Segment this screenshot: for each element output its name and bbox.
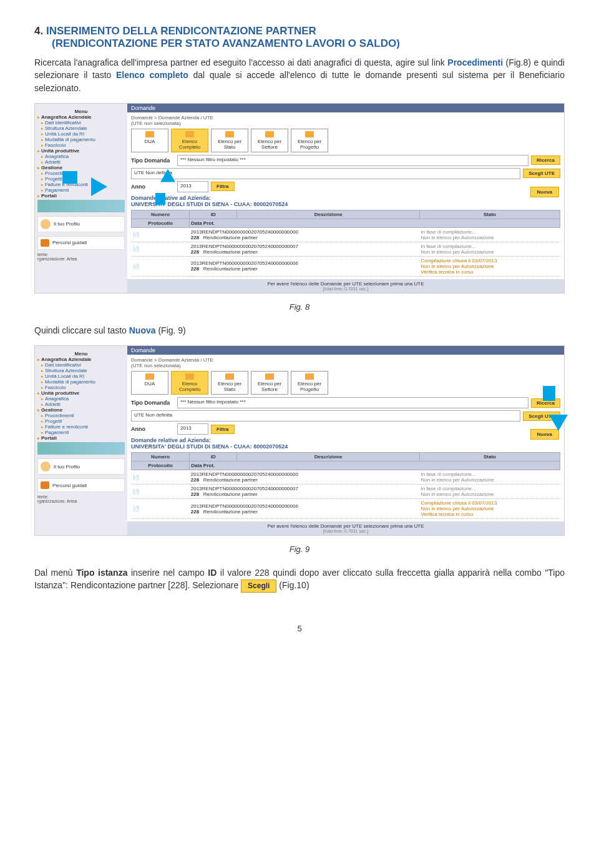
table-row[interactable]: 📄2013RENDPTN0000000002070524000000000722… [132, 485, 560, 499]
sidebar-item-modalita[interactable]: Modalità di pagamento [37, 379, 125, 385]
sidebar-section-unita[interactable]: Unità produttive [37, 148, 125, 154]
sidebar-item-progetti[interactable]: Progetti [37, 418, 125, 424]
btn-filtra[interactable]: Filtra [211, 425, 235, 434]
btn-elenco-stato[interactable]: Elenco per Stato [211, 371, 248, 395]
th-protocollo: Protocollo [132, 219, 190, 227]
sidebar-section-anagrafica[interactable]: Anagrafica Aziendale [37, 114, 125, 120]
btn-elenco-completo[interactable]: Elenco Completo [171, 371, 208, 395]
btn-ricerca[interactable]: Ricerca [531, 155, 560, 165]
btn-elenco-stato[interactable]: Elenco per Stato [211, 129, 248, 152]
link-procedimenti: Procedimenti [447, 57, 503, 67]
sidebar-menu-header: Menu [37, 351, 125, 357]
sidebar-menu: Menu Anagrafica Aziendale Dati identific… [35, 104, 127, 293]
section-number: 4. [34, 25, 43, 37]
th-data-prot: Data Prot. [190, 461, 560, 470]
btn-elenco-settore[interactable]: Elenco per Settore [251, 129, 288, 152]
sidebar-tente: tente: [37, 495, 125, 499]
combo-tipo-domanda[interactable]: *** Nessun filtro impostato *** [177, 155, 528, 166]
sidebar-profile[interactable]: Il tuo Profilo [37, 458, 125, 475]
combo-ute[interactable]: UTE Non definita [131, 410, 520, 422]
table-row[interactable]: 📄2013RENDPTN0000000002070524000000000622… [132, 499, 560, 519]
screenshot-fig8: Menu Anagrafica Aziendale Dati identific… [34, 103, 565, 293]
sidebar-item-procedimenti[interactable]: Procedimenti [37, 413, 125, 418]
btn-scegli-ute[interactable]: Scegli UTE [523, 169, 560, 178]
sidebar-section-portali[interactable]: Portali [37, 193, 125, 199]
combo-tipo-domanda[interactable]: *** Nessun filtro impostato *** [177, 397, 528, 408]
sidebar-item-addetti[interactable]: Addetti [37, 159, 125, 165]
sidebar-item-modalita[interactable]: Modalità di pagamento [37, 137, 125, 142]
fig8-caption: Fig. 8 [34, 302, 565, 312]
domande-table: NumeroIDDescrizioneStato ProtocolloData … [131, 210, 560, 277]
plus-icon [145, 131, 154, 137]
sidebar-section-anagrafica[interactable]: Anagrafica Aziendale [37, 357, 125, 362]
sidebar-item-anag[interactable]: Anagrafica [37, 396, 125, 402]
btn-elenco-progetto[interactable]: Elenco per Progetto [291, 129, 328, 152]
th-descrizione: Descrizione [237, 453, 420, 461]
sidebar-percorsi[interactable]: Percorsi guidati [37, 236, 125, 250]
table-row[interactable]: 📄2013RENDPTN0000000002070524000000000022… [132, 227, 560, 242]
sidebar-item-anag[interactable]: Anagrafica [37, 154, 125, 159]
th-numero: Numero [132, 210, 190, 219]
btn-dua[interactable]: DUA [131, 371, 168, 395]
th-protocollo: Protocollo [132, 461, 190, 470]
azienda-value: UNIVERSITA' DEGLI STUDI DI SIENA - CUAA:… [131, 443, 288, 450]
avatar-icon [41, 461, 51, 471]
breadcrumb: Domande > Domande Azienda / UTE [131, 357, 560, 363]
cart-icon [41, 239, 49, 247]
sidebar-item-addetti[interactable]: Addetti [37, 402, 125, 407]
sidebar-item-fascicolo[interactable]: Fascicolo [37, 142, 125, 148]
combo-anno[interactable]: 2013 [177, 181, 208, 192]
sidebar-item-unita-locali[interactable]: Unità Locali da RI [37, 131, 125, 137]
btn-filtra[interactable]: Filtra [211, 182, 235, 191]
section-title-1: INSERIMENTO DELLA RENDICONTAZIONE PARTNE… [46, 25, 316, 37]
sidebar-item-fatture[interactable]: Fatture e rendiconti [37, 182, 125, 187]
sidebar-item-pagamenti[interactable]: Pagamenti [37, 430, 125, 435]
table-row[interactable]: 📄2013RENDPTN0000000002070524000000000722… [132, 242, 560, 256]
sidebar-item-struttura[interactable]: Struttura Aziendale [37, 126, 125, 131]
scegli-button[interactable]: Scegli [241, 579, 276, 593]
fig9-caption: Fig. 9 [34, 545, 565, 554]
table-row[interactable]: 📄2013RENDPTN0000000002070524000000000022… [132, 470, 560, 485]
paragraph-1: Ricercata l'anagrafica dell'impresa part… [34, 56, 565, 94]
sidebar-profile[interactable]: Il tuo Profilo [37, 216, 125, 232]
btn-elenco-progetto[interactable]: Elenco per Progetto [291, 371, 328, 395]
plus-icon [225, 131, 234, 137]
sidebar-section-gestione[interactable]: Gestione [37, 165, 125, 170]
sidebar-section-gestione[interactable]: Gestione [37, 407, 125, 413]
sidebar-section-unita[interactable]: Unità produttive [37, 390, 125, 396]
sidebar-item-progetti[interactable]: Progetti [37, 176, 125, 182]
table-row[interactable]: 📄2013RENDPTN0000000002070524000000000622… [132, 256, 560, 276]
sidebar-item-dati[interactable]: Dati identificativi [37, 362, 125, 368]
p3-text-a: Dal menù [34, 568, 76, 578]
sidebar-percorsi-label: Percorsi guidati [52, 483, 87, 488]
sidebar-item-struttura[interactable]: Struttura Aziendale [37, 368, 125, 373]
sidebar-item-fatture[interactable]: Fatture e rendiconti [37, 424, 125, 430]
combo-ute[interactable]: UTE Non definita [131, 168, 520, 179]
btn-dua[interactable]: DUA [131, 129, 168, 152]
plus-icon [145, 373, 154, 380]
sidebar-item-procedimenti[interactable]: Procedimenti [37, 170, 125, 176]
sidebar-item-dati[interactable]: Dati identificativi [37, 120, 125, 126]
domande-table: NumeroIDDescrizioneStato ProtocolloData … [131, 452, 560, 519]
p3-text-e: (Fig.10) [279, 580, 309, 590]
th-id: ID [190, 453, 237, 461]
plus-icon [185, 131, 194, 137]
sidebar-section-portali[interactable]: Portali [37, 435, 125, 441]
lbl-tipo-domanda: Tipo Domanda [131, 400, 175, 406]
btn-elenco-settore[interactable]: Elenco per Settore [251, 371, 288, 395]
th-stato: Stato [420, 453, 560, 461]
sidebar-item-fascicolo[interactable]: Fascicolo [37, 385, 125, 390]
combo-anno[interactable]: 2013 [177, 423, 208, 435]
lbl-anno: Anno [131, 426, 175, 432]
sidebar-tente: tente: [37, 252, 125, 257]
btn-elenco-completo[interactable]: Elenco Completo [171, 129, 208, 152]
footer-hint: Per avere l'elenco delle Domande per UTE… [127, 279, 564, 293]
panel-header: Domande [127, 346, 564, 355]
paragraph-2: Quindi cliccare sul tasto Nuova (Fig. 9) [34, 324, 565, 337]
section-title-2: (RENDICONTAZIONE PER STATO AVANZAMENTO L… [52, 37, 565, 50]
sidebar-item-pagamenti[interactable]: Pagamenti [37, 187, 125, 193]
btn-nuova[interactable]: Nuova [530, 187, 559, 197]
sidebar-item-unita-locali[interactable]: Unità Locali da RI [37, 373, 125, 379]
sidebar-percorsi[interactable]: Percorsi guidati [37, 478, 125, 492]
paragraph-3: Dal menù Tipo istanza inserire nel campo… [34, 566, 565, 593]
